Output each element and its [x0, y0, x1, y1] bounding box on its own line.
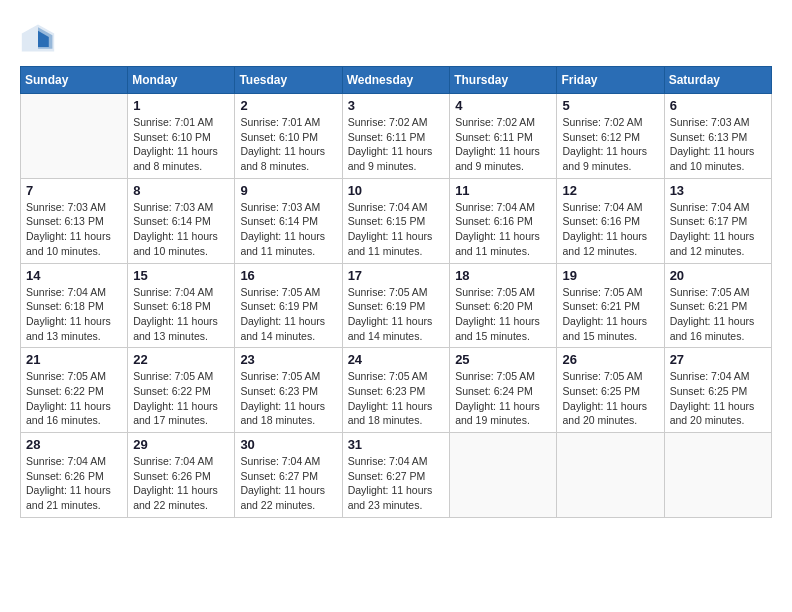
day-info: Sunrise: 7:05 AMSunset: 6:22 PMDaylight:… — [26, 369, 122, 428]
day-info: Sunrise: 7:02 AMSunset: 6:12 PMDaylight:… — [562, 115, 658, 174]
day-number: 7 — [26, 183, 122, 198]
day-info: Sunrise: 7:05 AMSunset: 6:23 PMDaylight:… — [240, 369, 336, 428]
day-number: 5 — [562, 98, 658, 113]
logo-icon — [20, 20, 56, 56]
header — [20, 20, 772, 56]
calendar-cell: 20Sunrise: 7:05 AMSunset: 6:21 PMDayligh… — [664, 263, 771, 348]
calendar-cell: 14Sunrise: 7:04 AMSunset: 6:18 PMDayligh… — [21, 263, 128, 348]
calendar-cell: 1Sunrise: 7:01 AMSunset: 6:10 PMDaylight… — [128, 94, 235, 179]
calendar-cell — [557, 433, 664, 518]
day-number: 28 — [26, 437, 122, 452]
calendar-cell: 25Sunrise: 7:05 AMSunset: 6:24 PMDayligh… — [450, 348, 557, 433]
day-number: 8 — [133, 183, 229, 198]
calendar-cell: 31Sunrise: 7:04 AMSunset: 6:27 PMDayligh… — [342, 433, 450, 518]
day-number: 4 — [455, 98, 551, 113]
day-info: Sunrise: 7:04 AMSunset: 6:15 PMDaylight:… — [348, 200, 445, 259]
day-number: 18 — [455, 268, 551, 283]
calendar: SundayMondayTuesdayWednesdayThursdayFrid… — [20, 66, 772, 518]
calendar-cell — [450, 433, 557, 518]
calendar-cell: 11Sunrise: 7:04 AMSunset: 6:16 PMDayligh… — [450, 178, 557, 263]
calendar-cell: 16Sunrise: 7:05 AMSunset: 6:19 PMDayligh… — [235, 263, 342, 348]
calendar-cell: 29Sunrise: 7:04 AMSunset: 6:26 PMDayligh… — [128, 433, 235, 518]
day-info: Sunrise: 7:05 AMSunset: 6:21 PMDaylight:… — [562, 285, 658, 344]
day-info: Sunrise: 7:05 AMSunset: 6:19 PMDaylight:… — [348, 285, 445, 344]
calendar-cell: 5Sunrise: 7:02 AMSunset: 6:12 PMDaylight… — [557, 94, 664, 179]
day-info: Sunrise: 7:05 AMSunset: 6:24 PMDaylight:… — [455, 369, 551, 428]
calendar-cell: 27Sunrise: 7:04 AMSunset: 6:25 PMDayligh… — [664, 348, 771, 433]
calendar-cell: 9Sunrise: 7:03 AMSunset: 6:14 PMDaylight… — [235, 178, 342, 263]
day-info: Sunrise: 7:02 AMSunset: 6:11 PMDaylight:… — [348, 115, 445, 174]
calendar-cell: 23Sunrise: 7:05 AMSunset: 6:23 PMDayligh… — [235, 348, 342, 433]
day-info: Sunrise: 7:02 AMSunset: 6:11 PMDaylight:… — [455, 115, 551, 174]
day-info: Sunrise: 7:04 AMSunset: 6:26 PMDaylight:… — [26, 454, 122, 513]
day-number: 16 — [240, 268, 336, 283]
day-number: 2 — [240, 98, 336, 113]
day-info: Sunrise: 7:04 AMSunset: 6:17 PMDaylight:… — [670, 200, 766, 259]
day-info: Sunrise: 7:04 AMSunset: 6:18 PMDaylight:… — [26, 285, 122, 344]
day-info: Sunrise: 7:05 AMSunset: 6:20 PMDaylight:… — [455, 285, 551, 344]
day-number: 30 — [240, 437, 336, 452]
calendar-cell: 6Sunrise: 7:03 AMSunset: 6:13 PMDaylight… — [664, 94, 771, 179]
week-row-3: 14Sunrise: 7:04 AMSunset: 6:18 PMDayligh… — [21, 263, 772, 348]
week-row-2: 7Sunrise: 7:03 AMSunset: 6:13 PMDaylight… — [21, 178, 772, 263]
calendar-cell: 3Sunrise: 7:02 AMSunset: 6:11 PMDaylight… — [342, 94, 450, 179]
weekday-header-monday: Monday — [128, 67, 235, 94]
day-number: 19 — [562, 268, 658, 283]
calendar-cell: 4Sunrise: 7:02 AMSunset: 6:11 PMDaylight… — [450, 94, 557, 179]
calendar-cell: 22Sunrise: 7:05 AMSunset: 6:22 PMDayligh… — [128, 348, 235, 433]
day-info: Sunrise: 7:05 AMSunset: 6:21 PMDaylight:… — [670, 285, 766, 344]
day-number: 14 — [26, 268, 122, 283]
calendar-cell: 7Sunrise: 7:03 AMSunset: 6:13 PMDaylight… — [21, 178, 128, 263]
calendar-cell — [21, 94, 128, 179]
day-info: Sunrise: 7:04 AMSunset: 6:27 PMDaylight:… — [240, 454, 336, 513]
calendar-cell: 12Sunrise: 7:04 AMSunset: 6:16 PMDayligh… — [557, 178, 664, 263]
calendar-cell — [664, 433, 771, 518]
week-row-1: 1Sunrise: 7:01 AMSunset: 6:10 PMDaylight… — [21, 94, 772, 179]
day-number: 17 — [348, 268, 445, 283]
day-number: 21 — [26, 352, 122, 367]
day-number: 10 — [348, 183, 445, 198]
day-number: 13 — [670, 183, 766, 198]
day-number: 23 — [240, 352, 336, 367]
day-info: Sunrise: 7:01 AMSunset: 6:10 PMDaylight:… — [240, 115, 336, 174]
day-info: Sunrise: 7:05 AMSunset: 6:22 PMDaylight:… — [133, 369, 229, 428]
day-number: 12 — [562, 183, 658, 198]
day-info: Sunrise: 7:04 AMSunset: 6:25 PMDaylight:… — [670, 369, 766, 428]
day-info: Sunrise: 7:03 AMSunset: 6:13 PMDaylight:… — [26, 200, 122, 259]
day-info: Sunrise: 7:04 AMSunset: 6:16 PMDaylight:… — [562, 200, 658, 259]
day-info: Sunrise: 7:03 AMSunset: 6:14 PMDaylight:… — [240, 200, 336, 259]
day-number: 31 — [348, 437, 445, 452]
calendar-cell: 2Sunrise: 7:01 AMSunset: 6:10 PMDaylight… — [235, 94, 342, 179]
day-number: 15 — [133, 268, 229, 283]
weekday-header-wednesday: Wednesday — [342, 67, 450, 94]
calendar-cell: 26Sunrise: 7:05 AMSunset: 6:25 PMDayligh… — [557, 348, 664, 433]
day-number: 11 — [455, 183, 551, 198]
calendar-cell: 17Sunrise: 7:05 AMSunset: 6:19 PMDayligh… — [342, 263, 450, 348]
day-info: Sunrise: 7:04 AMSunset: 6:18 PMDaylight:… — [133, 285, 229, 344]
day-number: 27 — [670, 352, 766, 367]
weekday-header-sunday: Sunday — [21, 67, 128, 94]
week-row-4: 21Sunrise: 7:05 AMSunset: 6:22 PMDayligh… — [21, 348, 772, 433]
day-info: Sunrise: 7:05 AMSunset: 6:19 PMDaylight:… — [240, 285, 336, 344]
day-number: 22 — [133, 352, 229, 367]
day-info: Sunrise: 7:05 AMSunset: 6:23 PMDaylight:… — [348, 369, 445, 428]
weekday-header-friday: Friday — [557, 67, 664, 94]
calendar-cell: 15Sunrise: 7:04 AMSunset: 6:18 PMDayligh… — [128, 263, 235, 348]
day-info: Sunrise: 7:05 AMSunset: 6:25 PMDaylight:… — [562, 369, 658, 428]
day-info: Sunrise: 7:03 AMSunset: 6:14 PMDaylight:… — [133, 200, 229, 259]
weekday-header-tuesday: Tuesday — [235, 67, 342, 94]
calendar-cell: 13Sunrise: 7:04 AMSunset: 6:17 PMDayligh… — [664, 178, 771, 263]
calendar-cell: 21Sunrise: 7:05 AMSunset: 6:22 PMDayligh… — [21, 348, 128, 433]
day-info: Sunrise: 7:04 AMSunset: 6:16 PMDaylight:… — [455, 200, 551, 259]
calendar-cell: 10Sunrise: 7:04 AMSunset: 6:15 PMDayligh… — [342, 178, 450, 263]
calendar-cell: 18Sunrise: 7:05 AMSunset: 6:20 PMDayligh… — [450, 263, 557, 348]
day-info: Sunrise: 7:04 AMSunset: 6:27 PMDaylight:… — [348, 454, 445, 513]
weekday-header-row: SundayMondayTuesdayWednesdayThursdayFrid… — [21, 67, 772, 94]
week-row-5: 28Sunrise: 7:04 AMSunset: 6:26 PMDayligh… — [21, 433, 772, 518]
day-number: 6 — [670, 98, 766, 113]
calendar-cell: 19Sunrise: 7:05 AMSunset: 6:21 PMDayligh… — [557, 263, 664, 348]
day-number: 3 — [348, 98, 445, 113]
day-number: 26 — [562, 352, 658, 367]
weekday-header-thursday: Thursday — [450, 67, 557, 94]
day-number: 29 — [133, 437, 229, 452]
